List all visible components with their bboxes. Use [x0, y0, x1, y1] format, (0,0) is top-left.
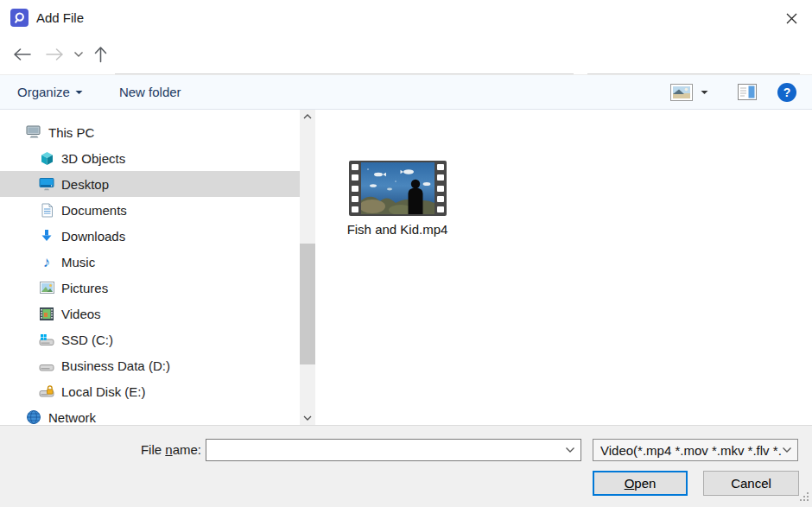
file-list-pane[interactable]: Fish and Kid.mp4 [315, 110, 812, 425]
file-type-value: Video(*.mp4 *.mov *.mkv *.flv *. [600, 443, 782, 458]
file-item-fish-and-kid[interactable]: Fish and Kid.mp4 [343, 161, 452, 237]
command-toolbar: Organize New folder ? [0, 74, 812, 110]
video-thumbnail-icon [349, 161, 447, 216]
sidebar-item-label: This PC [48, 125, 94, 140]
sidebar-item-ssd-c[interactable]: SSD (C:) [0, 326, 300, 352]
filmstrip-right [435, 162, 447, 214]
sidebar-item-label: Downloads [61, 229, 125, 244]
file-name-label: Fish and Kid.mp4 [343, 222, 452, 237]
dialog-footer: File name: Video(*.mp4 *.mov *.mkv *.flv… [0, 425, 812, 507]
video-preview-image [361, 162, 435, 214]
network-icon [26, 409, 41, 425]
up-icon[interactable] [93, 46, 108, 64]
downloads-icon [39, 228, 54, 244]
resize-grip[interactable] [800, 490, 809, 504]
scrollbar-thumb[interactable] [300, 244, 315, 364]
organize-button[interactable]: Organize [17, 85, 83, 99]
back-icon[interactable] [12, 48, 32, 62]
file-name-field-label: File name: [0, 439, 201, 461]
navigation-bar: This PC Desktop Test Files [0, 35, 812, 74]
app-icon [10, 9, 29, 27]
3d-objects-icon [39, 150, 54, 166]
folder-tree-pane: This PC 3D Objects Desktop [0, 110, 300, 425]
sidebar-item-label: Pictures [61, 281, 108, 295]
views-thumbnail-icon[interactable] [670, 84, 693, 101]
sidebar-item-label: 3D Objects [61, 151, 125, 166]
help-glyph: ? [783, 86, 791, 99]
music-icon: ♪ [39, 254, 54, 269]
sidebar-item-videos[interactable]: Videos [0, 301, 300, 326]
locked-drive-icon [39, 383, 54, 399]
close-icon[interactable] [779, 6, 803, 30]
this-pc-icon [26, 124, 41, 140]
sidebar-item-downloads[interactable]: Downloads [0, 223, 300, 249]
documents-icon [39, 202, 54, 218]
sidebar-item-label: Business Data (D:) [61, 358, 170, 373]
views-caret-down-icon[interactable] [701, 90, 708, 95]
scroll-up-icon[interactable] [300, 110, 315, 124]
new-folder-button[interactable]: New folder [119, 85, 181, 99]
window-title: Add File [36, 10, 84, 25]
sidebar-item-documents[interactable]: Documents [0, 197, 300, 223]
sidebar-item-music[interactable]: ♪ Music [0, 249, 300, 275]
sidebar-item-3d-objects[interactable]: 3D Objects [0, 145, 300, 171]
sidebar-item-label: Network [48, 410, 96, 425]
organize-label: Organize [17, 85, 70, 99]
help-icon[interactable]: ? [777, 83, 796, 102]
sidebar-item-label: Desktop [61, 177, 109, 192]
sidebar-item-label: Documents [61, 203, 127, 218]
sidebar-item-local-disk-e[interactable]: Local Disk (E:) [0, 378, 300, 404]
tree-scrollbar[interactable] [300, 110, 315, 425]
scroll-down-icon[interactable] [300, 411, 315, 425]
sidebar-item-label: SSD (C:) [61, 333, 113, 347]
sidebar-item-business-data-d[interactable]: Business Data (D:) [0, 352, 300, 378]
sidebar-item-desktop[interactable]: Desktop [0, 171, 300, 197]
recent-locations-chevron-icon[interactable] [73, 51, 84, 58]
sidebar-item-pictures[interactable]: Pictures [0, 275, 300, 301]
preview-pane-icon[interactable] [738, 84, 757, 100]
file-name-input[interactable] [206, 439, 581, 461]
caret-down-icon [75, 90, 83, 95]
pictures-icon [39, 280, 54, 295]
cancel-button[interactable]: Cancel [703, 471, 799, 496]
sidebar-item-label: Videos [61, 307, 101, 321]
desktop-icon [39, 176, 54, 192]
sidebar-item-this-pc[interactable]: This PC [0, 119, 300, 145]
title-bar: Add File [0, 0, 812, 35]
sidebar-item-network[interactable]: Network [0, 404, 300, 425]
forward-icon[interactable] [45, 48, 65, 62]
sidebar-item-label: Music [61, 255, 95, 269]
new-folder-label: New folder [119, 85, 181, 99]
filmstrip-left [349, 162, 361, 214]
drive-icon [39, 358, 54, 373]
ssd-drive-icon [39, 332, 54, 347]
file-name-dropdown-chevron-icon[interactable] [560, 439, 580, 461]
file-type-chevron-icon [782, 447, 792, 453]
sidebar-item-label: Local Disk (E:) [61, 384, 146, 399]
videos-icon [39, 306, 54, 321]
file-type-select[interactable]: Video(*.mp4 *.mov *.mkv *.flv *. [593, 439, 798, 461]
open-button[interactable]: Open [593, 471, 688, 496]
